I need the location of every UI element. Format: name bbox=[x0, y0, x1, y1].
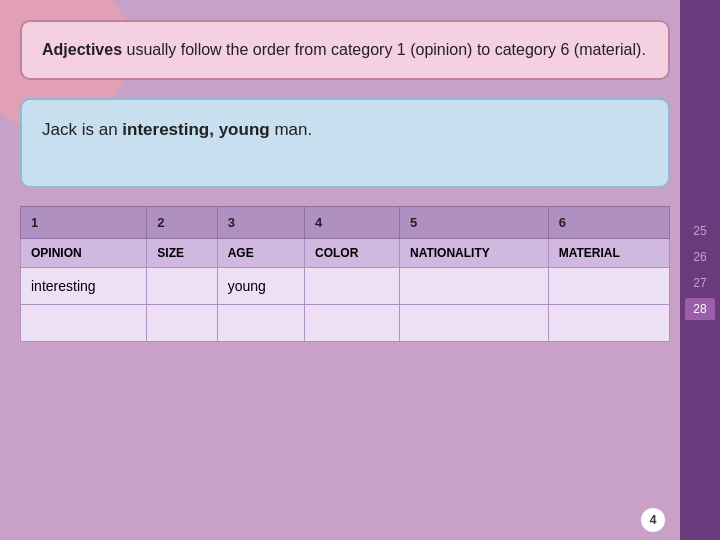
cat-material: MATERIAL bbox=[548, 239, 669, 268]
data-material bbox=[548, 268, 669, 305]
sidebar-item-27[interactable]: 27 bbox=[685, 272, 715, 294]
cat-size: SIZE bbox=[147, 239, 217, 268]
info-bold: Adjectives bbox=[42, 41, 122, 58]
col-header-5: 5 bbox=[399, 207, 548, 239]
cat-age: AGE bbox=[217, 239, 304, 268]
data-opinion: interesting bbox=[21, 268, 147, 305]
cat-nationality: NATIONALITY bbox=[399, 239, 548, 268]
table-category-row: OPINION SIZE AGE COLOR NATIONALITY MATER… bbox=[21, 239, 670, 268]
data-age: young bbox=[217, 268, 304, 305]
example-bold: interesting, young bbox=[122, 120, 269, 139]
sidebar-right: 25 26 27 28 bbox=[680, 0, 720, 540]
table-header-row: 1 2 3 4 5 6 bbox=[21, 207, 670, 239]
col-header-6: 6 bbox=[548, 207, 669, 239]
col-header-3: 3 bbox=[217, 207, 304, 239]
col-header-4: 4 bbox=[305, 207, 400, 239]
empty-2 bbox=[147, 305, 217, 342]
empty-1 bbox=[21, 305, 147, 342]
sidebar-item-26[interactable]: 26 bbox=[685, 246, 715, 268]
adjective-table: 1 2 3 4 5 6 OPINION SIZE AGE COLOR NATIO… bbox=[20, 206, 670, 342]
sidebar-item-25[interactable]: 25 bbox=[685, 220, 715, 242]
cat-opinion: OPINION bbox=[21, 239, 147, 268]
empty-4 bbox=[305, 305, 400, 342]
data-color bbox=[305, 268, 400, 305]
example-prefix: Jack is an bbox=[42, 120, 122, 139]
empty-5 bbox=[399, 305, 548, 342]
empty-3 bbox=[217, 305, 304, 342]
cat-color: COLOR bbox=[305, 239, 400, 268]
table-empty-row bbox=[21, 305, 670, 342]
table-data-row: interesting young bbox=[21, 268, 670, 305]
data-nationality bbox=[399, 268, 548, 305]
sidebar-item-28[interactable]: 28 bbox=[685, 298, 715, 320]
page-number: 4 bbox=[641, 508, 665, 532]
data-size bbox=[147, 268, 217, 305]
col-header-2: 2 bbox=[147, 207, 217, 239]
col-header-1: 1 bbox=[21, 207, 147, 239]
empty-6 bbox=[548, 305, 669, 342]
main-content: Adjectives usually follow the order from… bbox=[20, 20, 670, 520]
example-suffix: man. bbox=[270, 120, 313, 139]
info-text: usually follow the order from category 1… bbox=[122, 41, 646, 58]
example-box: Jack is an interesting, young man. bbox=[20, 98, 670, 188]
info-box: Adjectives usually follow the order from… bbox=[20, 20, 670, 80]
